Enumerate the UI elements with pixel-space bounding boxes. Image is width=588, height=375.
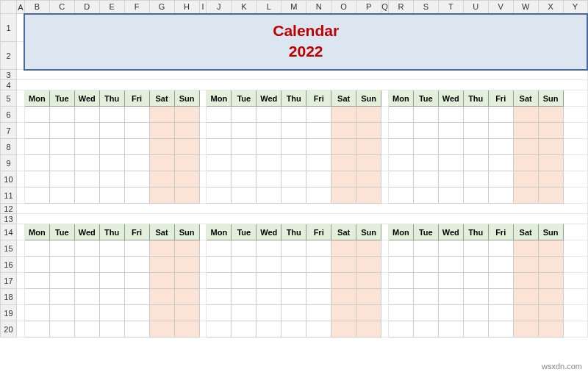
- cal-cell-weekend[interactable]: [356, 155, 381, 171]
- cal-cell[interactable]: [463, 257, 488, 273]
- cal-cell[interactable]: [124, 321, 149, 338]
- cell[interactable]: [381, 289, 389, 305]
- cal-cell[interactable]: [99, 123, 124, 139]
- cal-cell[interactable]: [257, 171, 282, 188]
- cal-cell[interactable]: [99, 321, 124, 338]
- cal-cell-weekend[interactable]: [149, 240, 174, 257]
- cal-cell[interactable]: [124, 240, 149, 257]
- cal-cell-weekend[interactable]: [356, 257, 381, 273]
- cal-cell-weekend[interactable]: [149, 305, 174, 321]
- cal-cell-weekend[interactable]: [538, 123, 563, 139]
- cal-cell[interactable]: [413, 257, 438, 273]
- cal-cell[interactable]: [74, 305, 99, 321]
- select-all-corner[interactable]: [1, 1, 17, 14]
- col-head[interactable]: C: [49, 1, 74, 14]
- cal-cell[interactable]: [99, 107, 124, 123]
- cal-cell-weekend[interactable]: [331, 107, 356, 123]
- cal-cell[interactable]: [49, 123, 74, 139]
- cal-cell-weekend[interactable]: [331, 123, 356, 139]
- cal-cell[interactable]: [438, 123, 463, 139]
- cell[interactable]: [16, 240, 24, 257]
- day-head[interactable]: Sat: [149, 90, 174, 107]
- cal-cell-weekend[interactable]: [513, 289, 538, 305]
- cal-cell-weekend[interactable]: [174, 107, 199, 123]
- cal-cell[interactable]: [49, 107, 74, 123]
- row-head[interactable]: 15: [1, 240, 17, 257]
- cell[interactable]: [16, 107, 24, 123]
- cal-cell[interactable]: [124, 188, 149, 204]
- cal-cell[interactable]: [413, 305, 438, 321]
- cal-cell-weekend[interactable]: [513, 305, 538, 321]
- cal-cell[interactable]: [388, 107, 413, 123]
- cal-cell[interactable]: [257, 107, 282, 123]
- cal-cell[interactable]: [207, 155, 232, 171]
- cal-cell-weekend[interactable]: [149, 257, 174, 273]
- cal-cell[interactable]: [413, 139, 438, 155]
- cell[interactable]: [199, 139, 207, 155]
- cell[interactable]: [199, 107, 207, 123]
- cal-cell[interactable]: [257, 240, 282, 257]
- col-head[interactable]: Q: [381, 1, 389, 14]
- cell[interactable]: [16, 188, 24, 204]
- cal-cell[interactable]: [388, 289, 413, 305]
- day-head[interactable]: Sat: [149, 224, 174, 240]
- day-head[interactable]: Sun: [174, 224, 199, 240]
- cell[interactable]: [16, 321, 24, 338]
- cal-cell[interactable]: [232, 171, 257, 188]
- cal-cell[interactable]: [24, 107, 49, 123]
- cal-cell[interactable]: [388, 305, 413, 321]
- cal-cell[interactable]: [438, 289, 463, 305]
- cal-cell-weekend[interactable]: [356, 240, 381, 257]
- day-head[interactable]: Sat: [331, 224, 356, 240]
- cal-cell-weekend[interactable]: [174, 257, 199, 273]
- cal-cell[interactable]: [124, 123, 149, 139]
- row-head[interactable]: 3: [1, 70, 17, 80]
- cell[interactable]: [199, 155, 207, 171]
- col-head[interactable]: O: [331, 1, 356, 14]
- cal-cell[interactable]: [488, 289, 513, 305]
- cal-cell[interactable]: [488, 240, 513, 257]
- cell[interactable]: [563, 273, 587, 289]
- row-head[interactable]: 8: [1, 139, 17, 155]
- day-head[interactable]: Tue: [413, 224, 438, 240]
- day-head[interactable]: Fri: [306, 90, 331, 107]
- cal-cell-weekend[interactable]: [149, 289, 174, 305]
- cal-cell[interactable]: [24, 305, 49, 321]
- cal-cell-weekend[interactable]: [331, 321, 356, 338]
- cell[interactable]: [563, 107, 587, 123]
- cal-cell[interactable]: [207, 289, 232, 305]
- cal-cell[interactable]: [388, 139, 413, 155]
- cal-cell-weekend[interactable]: [331, 171, 356, 188]
- row-head[interactable]: 18: [1, 289, 17, 305]
- row-head[interactable]: 11: [1, 188, 17, 204]
- cal-cell[interactable]: [124, 139, 149, 155]
- cell[interactable]: [199, 273, 207, 289]
- cal-cell-weekend[interactable]: [149, 321, 174, 338]
- cal-cell[interactable]: [257, 139, 282, 155]
- cell[interactable]: [381, 305, 389, 321]
- cal-cell[interactable]: [438, 155, 463, 171]
- cal-cell-weekend[interactable]: [538, 289, 563, 305]
- cal-cell[interactable]: [49, 171, 74, 188]
- day-head[interactable]: Tue: [232, 224, 257, 240]
- cal-cell[interactable]: [74, 171, 99, 188]
- cell[interactable]: [199, 321, 207, 338]
- cal-cell[interactable]: [124, 273, 149, 289]
- cal-cell[interactable]: [488, 139, 513, 155]
- col-head[interactable]: E: [99, 1, 124, 14]
- cal-cell[interactable]: [74, 139, 99, 155]
- cal-cell[interactable]: [306, 257, 331, 273]
- row-head[interactable]: 13: [1, 214, 17, 224]
- cal-cell[interactable]: [282, 305, 306, 321]
- cell[interactable]: [381, 139, 389, 155]
- col-head[interactable]: Y: [563, 1, 587, 14]
- col-head[interactable]: T: [438, 1, 463, 14]
- cal-cell[interactable]: [49, 289, 74, 305]
- cal-cell[interactable]: [207, 123, 232, 139]
- cal-cell-weekend[interactable]: [356, 273, 381, 289]
- cal-cell[interactable]: [24, 289, 49, 305]
- cal-cell[interactable]: [282, 188, 306, 204]
- cell[interactable]: [381, 123, 389, 139]
- cell[interactable]: [381, 155, 389, 171]
- day-head[interactable]: Fri: [124, 224, 149, 240]
